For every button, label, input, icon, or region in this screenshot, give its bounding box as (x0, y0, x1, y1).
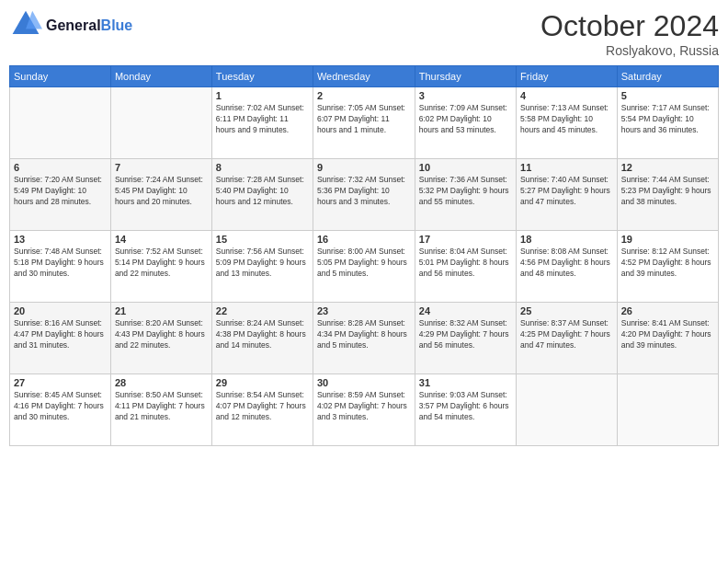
calendar-cell: 25Sunrise: 8:37 AM Sunset: 4:25 PM Dayli… (517, 303, 618, 374)
day-number: 8 (216, 162, 309, 173)
day-info: Sunrise: 8:54 AM Sunset: 4:07 PM Dayligh… (216, 390, 309, 423)
day-info: Sunrise: 7:13 AM Sunset: 5:58 PM Dayligh… (520, 103, 613, 136)
day-info: Sunrise: 8:59 AM Sunset: 4:02 PM Dayligh… (317, 390, 411, 423)
day-info: Sunrise: 8:32 AM Sunset: 4:29 PM Dayligh… (419, 318, 512, 351)
calendar-cell: 11Sunrise: 7:40 AM Sunset: 5:27 PM Dayli… (517, 159, 618, 231)
day-info: Sunrise: 7:40 AM Sunset: 5:27 PM Dayligh… (520, 175, 613, 208)
page: GeneralBlue October 2024 Roslyakovo, Rus… (0, 0, 728, 563)
calendar-cell: 16Sunrise: 8:00 AM Sunset: 5:05 PM Dayli… (313, 231, 415, 303)
day-info: Sunrise: 8:37 AM Sunset: 4:25 PM Dayligh… (520, 318, 613, 351)
calendar-cell: 26Sunrise: 8:41 AM Sunset: 4:20 PM Dayli… (617, 303, 718, 374)
calendar-cell: 15Sunrise: 7:56 AM Sunset: 5:09 PM Dayli… (211, 231, 313, 303)
day-number: 21 (115, 305, 208, 316)
day-info: Sunrise: 9:03 AM Sunset: 3:57 PM Dayligh… (419, 390, 512, 423)
col-saturday: Saturday (617, 66, 718, 87)
calendar-cell: 30Sunrise: 8:59 AM Sunset: 4:02 PM Dayli… (313, 374, 415, 446)
logo: GeneralBlue (9, 9, 132, 42)
day-number: 27 (14, 377, 107, 388)
day-info: Sunrise: 8:00 AM Sunset: 5:05 PM Dayligh… (317, 247, 411, 280)
day-number: 22 (216, 305, 309, 316)
header: GeneralBlue October 2024 Roslyakovo, Rus… (9, 9, 719, 58)
location: Roslyakovo, Russia (540, 43, 719, 58)
day-info: Sunrise: 7:44 AM Sunset: 5:23 PM Dayligh… (621, 175, 714, 208)
calendar-header-row: Sunday Monday Tuesday Wednesday Thursday… (10, 66, 719, 87)
day-info: Sunrise: 8:50 AM Sunset: 4:11 PM Dayligh… (115, 390, 208, 423)
day-number: 31 (419, 377, 512, 388)
day-info: Sunrise: 7:05 AM Sunset: 6:07 PM Dayligh… (317, 103, 411, 136)
day-number: 18 (520, 234, 613, 245)
day-info: Sunrise: 8:41 AM Sunset: 4:20 PM Dayligh… (621, 318, 714, 351)
calendar-cell: 7Sunrise: 7:24 AM Sunset: 5:45 PM Daylig… (110, 159, 211, 231)
day-number: 29 (216, 377, 309, 388)
day-number: 9 (317, 162, 411, 173)
calendar-cell: 23Sunrise: 8:28 AM Sunset: 4:34 PM Dayli… (313, 303, 415, 374)
calendar-cell: 8Sunrise: 7:28 AM Sunset: 5:40 PM Daylig… (211, 159, 313, 231)
calendar-cell: 3Sunrise: 7:09 AM Sunset: 6:02 PM Daylig… (415, 87, 516, 159)
calendar-cell: 5Sunrise: 7:17 AM Sunset: 5:54 PM Daylig… (617, 87, 718, 159)
day-info: Sunrise: 7:52 AM Sunset: 5:14 PM Dayligh… (115, 247, 208, 280)
calendar-cell (10, 87, 111, 159)
day-info: Sunrise: 8:04 AM Sunset: 5:01 PM Dayligh… (419, 247, 512, 280)
day-number: 13 (14, 234, 107, 245)
day-info: Sunrise: 7:09 AM Sunset: 6:02 PM Dayligh… (419, 103, 512, 136)
day-number: 7 (115, 162, 208, 173)
col-monday: Monday (110, 66, 211, 87)
day-number: 3 (419, 90, 512, 101)
calendar-cell: 4Sunrise: 7:13 AM Sunset: 5:58 PM Daylig… (517, 87, 618, 159)
calendar-cell (110, 87, 211, 159)
day-info: Sunrise: 7:36 AM Sunset: 5:32 PM Dayligh… (419, 175, 512, 208)
calendar-cell: 29Sunrise: 8:54 AM Sunset: 4:07 PM Dayli… (211, 374, 313, 446)
day-number: 26 (621, 305, 714, 316)
calendar-cell (517, 374, 618, 446)
day-number: 12 (621, 162, 714, 173)
day-info: Sunrise: 7:48 AM Sunset: 5:18 PM Dayligh… (14, 247, 107, 280)
day-info: Sunrise: 8:16 AM Sunset: 4:47 PM Dayligh… (14, 318, 107, 351)
day-info: Sunrise: 8:45 AM Sunset: 4:16 PM Dayligh… (14, 390, 107, 423)
day-number: 23 (317, 305, 411, 316)
calendar-cell: 22Sunrise: 8:24 AM Sunset: 4:38 PM Dayli… (211, 303, 313, 374)
day-number: 28 (115, 377, 208, 388)
day-info: Sunrise: 8:08 AM Sunset: 4:56 PM Dayligh… (520, 247, 613, 280)
day-number: 19 (621, 234, 714, 245)
col-tuesday: Tuesday (211, 66, 313, 87)
day-info: Sunrise: 7:17 AM Sunset: 5:54 PM Dayligh… (621, 103, 714, 136)
col-wednesday: Wednesday (313, 66, 415, 87)
day-number: 4 (520, 90, 613, 101)
week-row-5: 27Sunrise: 8:45 AM Sunset: 4:16 PM Dayli… (10, 374, 719, 446)
calendar-cell: 18Sunrise: 8:08 AM Sunset: 4:56 PM Dayli… (517, 231, 618, 303)
month-title: October 2024 (540, 9, 719, 43)
calendar-cell: 20Sunrise: 8:16 AM Sunset: 4:47 PM Dayli… (10, 303, 111, 374)
day-number: 14 (115, 234, 208, 245)
calendar-cell: 24Sunrise: 8:32 AM Sunset: 4:29 PM Dayli… (415, 303, 516, 374)
day-info: Sunrise: 8:20 AM Sunset: 4:43 PM Dayligh… (115, 318, 208, 351)
day-number: 11 (520, 162, 613, 173)
day-info: Sunrise: 7:02 AM Sunset: 6:11 PM Dayligh… (216, 103, 309, 136)
calendar-cell: 1Sunrise: 7:02 AM Sunset: 6:11 PM Daylig… (211, 87, 313, 159)
day-number: 6 (14, 162, 107, 173)
logo-icon (9, 9, 42, 42)
calendar-cell (617, 374, 718, 446)
title-block: October 2024 Roslyakovo, Russia (540, 9, 719, 58)
day-info: Sunrise: 7:56 AM Sunset: 5:09 PM Dayligh… (216, 247, 309, 280)
calendar-cell: 17Sunrise: 8:04 AM Sunset: 5:01 PM Dayli… (415, 231, 516, 303)
day-number: 24 (419, 305, 512, 316)
col-sunday: Sunday (10, 66, 111, 87)
calendar-cell: 9Sunrise: 7:32 AM Sunset: 5:36 PM Daylig… (313, 159, 415, 231)
calendar-cell: 19Sunrise: 8:12 AM Sunset: 4:52 PM Dayli… (617, 231, 718, 303)
day-number: 15 (216, 234, 309, 245)
week-row-4: 20Sunrise: 8:16 AM Sunset: 4:47 PM Dayli… (10, 303, 719, 374)
day-info: Sunrise: 8:12 AM Sunset: 4:52 PM Dayligh… (621, 247, 714, 280)
col-thursday: Thursday (415, 66, 516, 87)
day-info: Sunrise: 7:20 AM Sunset: 5:49 PM Dayligh… (14, 175, 107, 208)
day-number: 25 (520, 305, 613, 316)
calendar-cell: 13Sunrise: 7:48 AM Sunset: 5:18 PM Dayli… (10, 231, 111, 303)
calendar-cell: 31Sunrise: 9:03 AM Sunset: 3:57 PM Dayli… (415, 374, 516, 446)
day-number: 10 (419, 162, 512, 173)
week-row-3: 13Sunrise: 7:48 AM Sunset: 5:18 PM Dayli… (10, 231, 719, 303)
day-number: 1 (216, 90, 309, 101)
calendar-cell: 27Sunrise: 8:45 AM Sunset: 4:16 PM Dayli… (10, 374, 111, 446)
col-friday: Friday (517, 66, 618, 87)
calendar-cell: 14Sunrise: 7:52 AM Sunset: 5:14 PM Dayli… (110, 231, 211, 303)
day-info: Sunrise: 7:24 AM Sunset: 5:45 PM Dayligh… (115, 175, 208, 208)
week-row-2: 6Sunrise: 7:20 AM Sunset: 5:49 PM Daylig… (10, 159, 719, 231)
